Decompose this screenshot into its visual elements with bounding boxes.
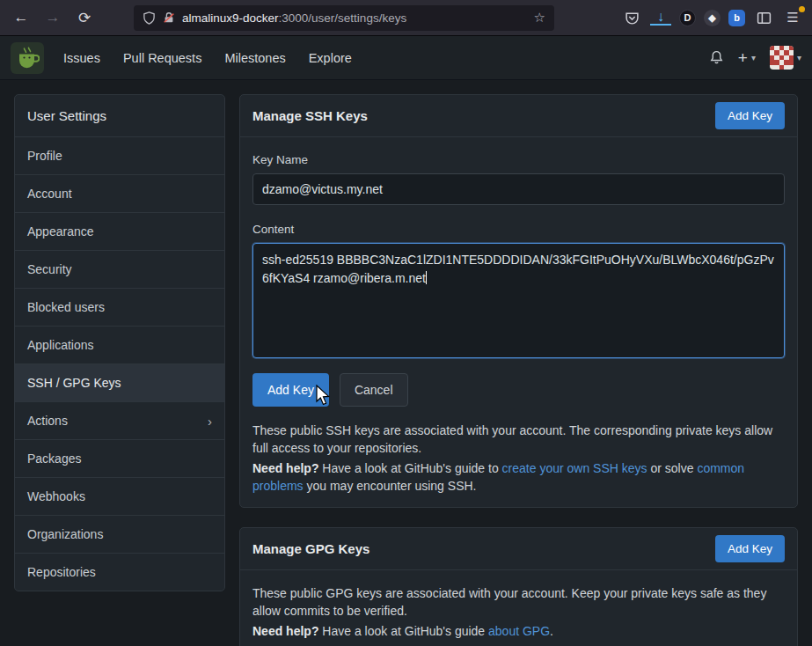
- need-help-label: Need help?: [252, 461, 318, 475]
- sidebar-item-label: SSH / GPG Keys: [27, 376, 121, 390]
- sidebar-item-account[interactable]: Account: [15, 175, 224, 213]
- chevron-down-icon: ▾: [751, 53, 756, 62]
- hamburger-glyph: ☰: [786, 10, 798, 26]
- ssh-add-key-toggle-button[interactable]: Add Key: [715, 102, 785, 129]
- sidebar-item-label: Applications: [27, 338, 94, 352]
- key-content-textarea[interactable]: ssh-ed25519 BBBBC3NzaC1lZDI1NTE5DDDDIDAN…: [252, 243, 785, 358]
- sidebar-item-appearance[interactable]: Appearance: [15, 213, 224, 251]
- back-button[interactable]: ←: [9, 5, 33, 30]
- gpg-keys-panel: Manage GPG Keys Add Key These public GPG…: [239, 527, 798, 646]
- sidebar-item-webhooks[interactable]: Webhooks: [15, 478, 224, 516]
- chevron-right-icon: ›: [208, 415, 212, 428]
- nav-item-explore[interactable]: Explore: [298, 44, 362, 72]
- key-content-label: Content: [252, 223, 785, 236]
- url-host: almalinux9-docker: [182, 11, 279, 25]
- user-menu-button[interactable]: ▾: [770, 46, 801, 70]
- update-badge-dot: [799, 6, 805, 12]
- sidebar-item-applications[interactable]: Applications: [15, 327, 224, 364]
- form-buttons: Add Key Cancel: [252, 373, 785, 407]
- page: User Settings Profile Account Appearance…: [0, 80, 812, 646]
- url-path: :3000/user/settings/keys: [279, 11, 407, 25]
- create-new-button[interactable]: + ▾: [738, 49, 756, 66]
- settings-content: User Settings Profile Account Appearance…: [0, 80, 812, 646]
- sidebar-item-profile[interactable]: Profile: [15, 137, 224, 175]
- sidebar-title: User Settings: [15, 95, 224, 137]
- pocket-icon[interactable]: [621, 7, 642, 28]
- ssh-panel-title: Manage SSH Keys: [252, 108, 368, 123]
- nav-item-pull-requests[interactable]: Pull Requests: [113, 44, 212, 72]
- sidebar-item-label: Security: [27, 262, 72, 276]
- url-text: almalinux9-docker:3000/user/settings/key…: [182, 11, 527, 25]
- sidebar-item-security[interactable]: Security: [15, 251, 224, 289]
- settings-main: Manage SSH Keys Add Key Key Name Content…: [239, 94, 798, 646]
- lock-icon[interactable]: [163, 11, 175, 24]
- chevron-down-icon: ▾: [797, 53, 801, 62]
- sidebar-item-repositories[interactable]: Repositories: [15, 554, 224, 591]
- browser-toolbar: ← → ⟳ almalinux9-docker:3000/user/settin…: [0, 0, 812, 36]
- gpg-help-text: Need help? Have a look at GitHub's guide…: [252, 622, 785, 640]
- extension-generic-icon[interactable]: ◆: [704, 10, 721, 26]
- ssh-submit-add-key-button[interactable]: Add Key: [252, 373, 329, 407]
- gpg-panel-title: Manage GPG Keys: [252, 541, 369, 556]
- hamburger-menu-icon[interactable]: ☰: [782, 7, 803, 28]
- app-navbar: Issues Pull Requests Milestones Explore …: [0, 36, 812, 80]
- gpg-description: These public GPG keys are associated wit…: [252, 584, 785, 620]
- notifications-bell-icon[interactable]: [709, 50, 724, 65]
- browser-right-icons: ↓ D ◆ b ☰: [621, 7, 803, 28]
- sidebar-item-ssh-gpg-keys[interactable]: SSH / GPG Keys: [15, 364, 224, 402]
- help-text-segment: or solve: [647, 461, 698, 475]
- ssh-help-text: Need help? Have a look at GitHub's guide…: [252, 459, 785, 496]
- gitea-logo[interactable]: [11, 42, 44, 74]
- sidebar-item-label: Appearance: [27, 224, 94, 239]
- gpg-add-key-toggle-button[interactable]: Add Key: [715, 535, 785, 562]
- downloads-icon[interactable]: ↓: [650, 10, 671, 26]
- sidebar-item-label: Account: [27, 187, 72, 201]
- sidebar-item-label: Actions: [27, 414, 68, 428]
- ssh-cancel-button[interactable]: Cancel: [340, 373, 408, 407]
- plus-icon: +: [738, 49, 748, 66]
- ssh-panel-header: Manage SSH Keys Add Key: [240, 95, 797, 137]
- key-content-text: ssh-ed25519 BBBBC3NzaC1lZDI1NTE5DDDDIDAN…: [262, 253, 774, 285]
- sidebar-item-label: Webhooks: [27, 489, 85, 503]
- sidebar-item-label: Packages: [27, 451, 81, 466]
- settings-sidebar: User Settings Profile Account Appearance…: [14, 94, 225, 591]
- key-name-label: Key Name: [252, 153, 785, 166]
- help-text-segment: .: [550, 624, 553, 638]
- help-text-segment: you may encounter using SSH.: [304, 479, 477, 493]
- gpg-panel-header: Manage GPG Keys Add Key: [240, 528, 797, 570]
- shield-icon[interactable]: [143, 11, 156, 25]
- sidebar-item-label: Repositories: [27, 565, 96, 579]
- help-text-segment: Have a look at GitHub's guide: [318, 624, 488, 638]
- key-name-input[interactable]: [252, 173, 785, 205]
- sidebar-item-actions[interactable]: Actions ›: [15, 402, 224, 440]
- need-help-label: Need help?: [252, 624, 318, 638]
- sidebar-item-organizations[interactable]: Organizations: [15, 516, 224, 554]
- forward-button[interactable]: →: [40, 5, 65, 30]
- ssh-keys-panel: Manage SSH Keys Add Key Key Name Content…: [239, 94, 798, 508]
- extension-blue-icon[interactable]: b: [728, 10, 745, 26]
- url-bar[interactable]: almalinux9-docker:3000/user/settings/key…: [134, 5, 554, 31]
- nav-item-milestones[interactable]: Milestones: [214, 44, 296, 72]
- nav-item-issues[interactable]: Issues: [53, 44, 111, 72]
- gpg-panel-body: These public GPG keys are associated wit…: [240, 570, 797, 646]
- navbar-right: + ▾ ▾: [709, 46, 801, 70]
- about-gpg-link[interactable]: about GPG: [488, 624, 550, 638]
- bookmark-star-icon[interactable]: ☆: [534, 10, 545, 26]
- sidebar-item-label: Organizations: [27, 527, 103, 541]
- sidebar-item-label: Blocked users: [27, 300, 105, 314]
- sidebar-item-blocked-users[interactable]: Blocked users: [15, 289, 224, 327]
- ssh-guide-link[interactable]: create your own SSH keys: [502, 461, 647, 475]
- ssh-panel-body: Key Name Content ssh-ed25519 BBBBC3NzaC1…: [240, 137, 797, 507]
- sidebar-item-packages[interactable]: Packages: [15, 440, 224, 478]
- ssh-description: These public SSH keys are associated wit…: [252, 422, 785, 458]
- sidebar-item-label: Profile: [27, 149, 62, 163]
- refresh-button[interactable]: ⟳: [72, 5, 97, 30]
- extension-d-icon[interactable]: D: [679, 10, 696, 26]
- sidebars-icon[interactable]: [753, 7, 774, 28]
- avatar: [770, 46, 794, 70]
- text-caret: [426, 271, 427, 284]
- help-text-segment: Have a look at GitHub's guide to: [318, 461, 501, 475]
